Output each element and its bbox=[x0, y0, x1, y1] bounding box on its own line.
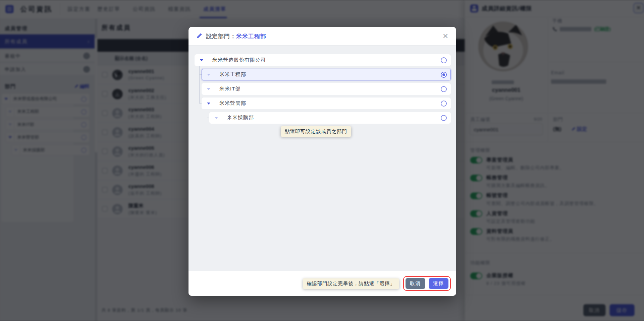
tree-connector bbox=[199, 74, 202, 75]
triangle-down-icon bbox=[207, 74, 210, 76]
footer-tooltip: 確認部門設定完畢後，請點選「選擇」 bbox=[303, 278, 399, 289]
tree-connector bbox=[199, 89, 202, 89]
expander[interactable] bbox=[202, 98, 215, 109]
triangle-down-icon bbox=[200, 59, 203, 61]
tree-tooltip: 點選即可設定該成員之部門 bbox=[281, 126, 351, 137]
radio-unchecked[interactable] bbox=[441, 115, 447, 121]
expander[interactable] bbox=[202, 83, 215, 94]
modal-tree-row-ops[interactable]: 米米營管部 bbox=[202, 98, 451, 109]
radio-unchecked[interactable] bbox=[441, 101, 447, 107]
modal-tree-row-purchase[interactable]: 米米採購部 bbox=[209, 112, 451, 124]
expander[interactable] bbox=[195, 55, 208, 66]
modal-close-button[interactable]: ✕ bbox=[441, 31, 450, 41]
modal-tree-row-company[interactable]: 米米營造股份有限公司 bbox=[195, 54, 451, 66]
tree-label: 米米IT部 bbox=[219, 86, 240, 92]
tree-label: 米米營造股份有限公司 bbox=[212, 57, 266, 63]
radio-unchecked[interactable] bbox=[441, 86, 447, 92]
pencil-icon bbox=[196, 33, 202, 39]
highlight-ring: 取消 選擇 bbox=[403, 276, 451, 291]
expander[interactable] bbox=[202, 69, 215, 80]
triangle-down-icon bbox=[215, 117, 218, 119]
tree-label: 米米工程部 bbox=[219, 71, 246, 78]
tree-connector bbox=[199, 103, 202, 104]
triangle-down-icon bbox=[207, 103, 210, 105]
tree-connector bbox=[199, 66, 200, 104]
set-department-modal: 設定部門：米米工程部 ✕ 米米營造股份有限公司 米米工程部 米米IT部 米米營管… bbox=[189, 27, 456, 296]
expander[interactable] bbox=[210, 112, 223, 123]
modal-header: 設定部門：米米工程部 ✕ bbox=[189, 27, 456, 46]
close-icon: ✕ bbox=[442, 32, 448, 40]
modal-body: 米米營造股份有限公司 米米工程部 米米IT部 米米營管部 米米採購部 點選即可設… bbox=[189, 46, 456, 271]
triangle-down-icon bbox=[207, 88, 210, 90]
modal-title: 設定部門：米米工程部 bbox=[206, 33, 266, 40]
modal-title-prefix: 設定部門： bbox=[206, 33, 236, 40]
tree-connector bbox=[207, 109, 207, 118]
tree-label: 米米營管部 bbox=[219, 100, 246, 107]
modal-title-target: 米米工程部 bbox=[236, 33, 266, 40]
tree-connector bbox=[207, 118, 209, 118]
modal-tree-row-it[interactable]: 米米IT部 bbox=[202, 83, 451, 95]
modal-confirm-button[interactable]: 選擇 bbox=[429, 278, 448, 289]
modal-cancel-button[interactable]: 取消 bbox=[406, 278, 425, 289]
radio-unchecked[interactable] bbox=[441, 57, 447, 63]
radio-checked[interactable] bbox=[441, 72, 447, 78]
modal-footer: 確認部門設定完畢後，請點選「選擇」 取消 選擇 bbox=[189, 271, 456, 296]
modal-tree-row-eng-selected[interactable]: 米米工程部 bbox=[202, 69, 451, 80]
tree-label: 米米採購部 bbox=[227, 115, 254, 121]
